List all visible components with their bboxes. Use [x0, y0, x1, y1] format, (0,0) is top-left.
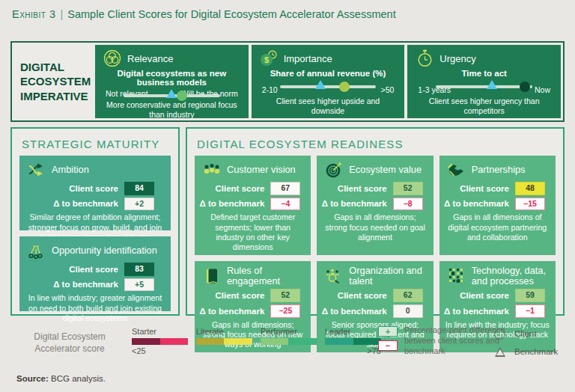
benchmark-triangle-icon: [495, 347, 505, 357]
delta-benchmark-label: Δ to benchmark: [195, 307, 264, 316]
client-score-label: Client score: [317, 184, 386, 193]
client-score-badge: 52: [270, 289, 300, 302]
delta-badge: −15: [515, 197, 545, 211]
imperative-card-subtitle: Digital ecosystems as new business model…: [103, 69, 241, 87]
segment-label: Leader: [325, 327, 381, 336]
org-talent-icon: [324, 266, 344, 286]
card-customer-vision: Customer vision Client score 67 Δ to ben…: [195, 156, 311, 255]
card-ecosystem-value: Ecosystem value Client score 52 Δ to ben…: [317, 156, 433, 255]
legend-segment-starter: Starter <25: [132, 327, 188, 355]
slider-right-label: Now: [535, 85, 550, 94]
segment-bar: [132, 338, 188, 345]
slider-track: [280, 85, 377, 88]
client-marker: [339, 82, 350, 92]
imperative-card-importance: $ Importance Share of annual revenue (%)…: [252, 45, 405, 118]
imperative-section-label: DIGITAL ECOSYSTEM IMPERATIVE: [14, 45, 92, 118]
readiness-heading: DIGITAL ECOSYSTEM READINESS: [187, 129, 563, 150]
imperative-card-title: Relevance: [127, 53, 173, 64]
slider-track: [436, 85, 532, 88]
strategic-maturity-section: STRATEGIC MATURITY Ambition Client score…: [10, 127, 180, 316]
delta-badge: +2: [124, 197, 154, 211]
imperative-card-subtitle: Time to act: [415, 69, 553, 78]
client-score-label: Client score: [439, 184, 509, 193]
client-marker: [177, 91, 187, 101]
card-ambition: Ambition Client score 84 Δ to benchmark …: [19, 156, 171, 230]
imperative-card-note: Client sees higher urgency than competit…: [415, 97, 553, 116]
delta-benchmark-label: Δ to benchmark: [317, 307, 386, 316]
client-marker: [520, 82, 530, 92]
minus-badge-icon: −: [378, 340, 398, 351]
client-circle-icon: [494, 328, 505, 340]
slider-right-label: >50: [381, 85, 395, 94]
people-icon: [202, 160, 222, 180]
card-title: Rules of engagement: [227, 266, 305, 287]
segment-bar: [196, 338, 252, 345]
client-score-label: Client score: [19, 184, 118, 193]
dollar-clock-icon: $: [259, 49, 279, 68]
imperative-card-note: More conservative and regional focus tha…: [103, 100, 241, 120]
delta-badge: 0: [393, 304, 423, 318]
segment-label: Starter: [132, 327, 188, 336]
importance-slider: [280, 79, 377, 85]
readiness-card-grid: Customer vision Client score 67 Δ to ben…: [195, 156, 556, 307]
delta-badge: −1: [515, 304, 545, 318]
card-title: Organization and talent: [349, 266, 427, 287]
network-nodes-icon: [27, 241, 46, 260]
source-label: Source:: [16, 374, 49, 383]
source-text: BCG analysis.: [49, 374, 106, 383]
handshake-icon: [447, 160, 466, 180]
card-title: Opportunity identification: [52, 245, 157, 256]
title-text: Sample Client Scores for Digital Ecosyst…: [67, 8, 395, 20]
score-scale-legend: Starter <25 Literate Performer Leader >7…: [132, 327, 381, 355]
segment-label: Literate: [196, 327, 252, 336]
delta-badge: −4: [270, 197, 300, 211]
legend-segment-performer: Performer: [261, 327, 317, 355]
delta-badge: −25: [270, 304, 300, 318]
client-score-badge: 48: [515, 182, 545, 195]
tech-grid-icon: [447, 266, 466, 286]
segment-bar: [261, 338, 317, 345]
imperative-card-title: Urgency: [439, 53, 475, 64]
card-description: Gaps in all dimensions; strong focus nee…: [317, 210, 433, 245]
benchmark-marker: [166, 89, 177, 98]
delta-benchmark-label: Δ to benchmark: [19, 280, 118, 289]
client-score-label: Client score: [195, 291, 264, 300]
urgency-slider: [436, 79, 532, 85]
client-score-badge: 83: [124, 263, 154, 276]
benchmark-legend-label: Benchmark: [514, 347, 558, 356]
page-title: Exhibit 3|Sample Client Scores for Digit…: [12, 8, 396, 20]
card-partnerships: Partnerships Client score 48 Δ to benchm…: [439, 156, 556, 255]
imperative-card-urgency: Urgency Time to act 1-3 years Now Client…: [407, 45, 561, 118]
card-title: Customer vision: [227, 165, 296, 175]
client-score-label: Client score: [195, 184, 264, 193]
benchmark-marker: [487, 80, 497, 89]
client-score-badge: 52: [393, 182, 423, 195]
legend-segment-literate: Literate: [196, 327, 252, 355]
strategic-maturity-heading: STRATEGIC MATURITY: [12, 129, 178, 150]
client-score-label: Client score: [19, 265, 118, 274]
title-separator: |: [56, 8, 68, 20]
client-score-label: Client score: [439, 291, 509, 300]
card-description: Gaps in all dimensions of digital ecosys…: [439, 210, 556, 245]
svg-text:$: $: [264, 55, 269, 64]
plus-badge-icon: +: [378, 326, 398, 337]
imperative-card-note: Client sees higher upside and downside: [259, 97, 398, 116]
client-score-badge: 62: [393, 289, 423, 302]
card-description: In line with industry; greater alignment…: [19, 291, 171, 326]
stopwatch-icon: [415, 49, 434, 68]
delta-benchmark-label: Δ to benchmark: [439, 307, 509, 316]
client-score-label: Client score: [317, 291, 386, 300]
slider-left-label: 2-10: [262, 85, 278, 94]
segment-range: <25: [132, 346, 188, 355]
card-title: Ecosystem value: [349, 165, 422, 175]
imperative-card-subtitle: Share of annual revenue (%): [259, 69, 398, 78]
delta-benchmark-label: Δ to benchmark: [195, 199, 264, 208]
delta-benchmark-label: Δ to benchmark: [19, 199, 118, 208]
client-legend-label: Client: [514, 329, 536, 338]
legend-segment-leader: Leader >75: [325, 327, 381, 355]
digital-ecosystem-readiness-section: DIGITAL ECOSYSTEM READINESS Customer vis…: [186, 127, 565, 316]
delta-badge: −8: [393, 197, 423, 211]
segment-range: >75: [325, 346, 381, 355]
card-description: Defined target customer segments; lower …: [195, 210, 311, 255]
target-icon: [324, 160, 344, 180]
